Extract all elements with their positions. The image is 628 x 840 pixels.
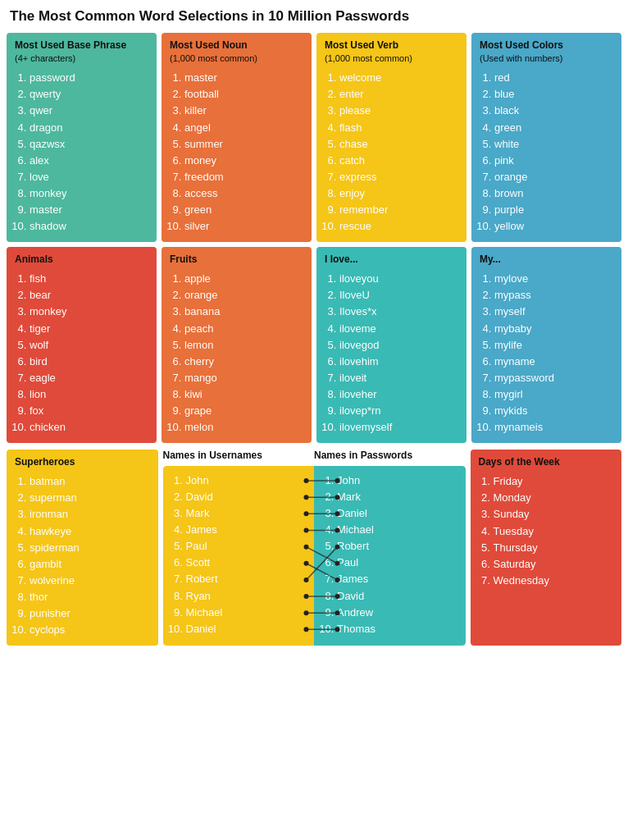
list-item: Robert bbox=[337, 538, 457, 555]
list-item: blue bbox=[494, 86, 613, 103]
list-item: access bbox=[184, 185, 303, 202]
list-item: Michael bbox=[186, 605, 307, 621]
card-fruits: Fruits appleorangebananapeachlemoncherry… bbox=[162, 247, 312, 443]
list-item: master bbox=[184, 70, 303, 86]
list-item: iloveyou bbox=[339, 271, 458, 287]
list-item: Mark bbox=[186, 505, 307, 522]
list-item: wolf bbox=[30, 337, 148, 354]
card-title-ilove: I love... bbox=[325, 253, 458, 267]
list-item: Sunday bbox=[494, 506, 614, 523]
list-item: Wednesday bbox=[494, 573, 614, 589]
list-item: John bbox=[186, 472, 307, 489]
list-item: fox bbox=[30, 403, 148, 419]
names-passwords-list: JohnMarkDanielMichaelRobertPaulJamesDavi… bbox=[314, 466, 466, 646]
list-item: iloveit bbox=[339, 370, 458, 386]
list-item: Paul bbox=[337, 555, 457, 571]
page-title: The Most Common Word Selections in 10 Mi… bbox=[0, 0, 628, 30]
list-item: Daniel bbox=[337, 505, 457, 522]
list-item: Iloves*x bbox=[339, 304, 458, 320]
list-item: qwer bbox=[30, 103, 148, 119]
names-usernames-list: JohnDavidMarkJamesPaulScottRobertRyanMic… bbox=[163, 466, 315, 646]
list-item: shadow bbox=[30, 218, 148, 235]
list-item: password bbox=[30, 70, 148, 86]
list-item: ironman bbox=[30, 506, 150, 523]
list-item: Friday bbox=[494, 473, 614, 490]
list-item: remember bbox=[339, 202, 458, 218]
names-section: Names in Usernames Names in Passwords Jo… bbox=[163, 450, 466, 646]
list-item: Scott bbox=[186, 555, 307, 571]
list-item: please bbox=[339, 103, 458, 119]
list-item: peach bbox=[184, 321, 303, 337]
list-item: bear bbox=[30, 287, 148, 304]
list-item: David bbox=[337, 588, 457, 605]
list-item: qazwsx bbox=[30, 136, 148, 153]
list-item: hawkeye bbox=[30, 523, 150, 540]
list-item: brown bbox=[494, 185, 613, 202]
card-ilove: I love... iloveyouIloveUIloves*xilovemei… bbox=[316, 247, 466, 443]
list-item: lemon bbox=[184, 337, 303, 354]
list-item: thor bbox=[30, 589, 150, 605]
list-item: James bbox=[186, 522, 307, 538]
list-item: ilovep*rn bbox=[339, 403, 458, 419]
list-item: yellow bbox=[494, 218, 613, 235]
list-item: mypass bbox=[494, 287, 613, 304]
list-item: Robert bbox=[186, 571, 307, 587]
list-item: myself bbox=[494, 304, 613, 320]
list-item: mybaby bbox=[494, 321, 613, 337]
list-item: orange bbox=[184, 287, 303, 304]
list-item: killer bbox=[184, 103, 303, 119]
list-item: Monday bbox=[494, 490, 614, 506]
list-item: football bbox=[184, 86, 303, 103]
card-base-phrase: Most Used Base Phrase (4+ characters) pa… bbox=[7, 33, 157, 242]
list-item: IloveU bbox=[339, 287, 458, 304]
list-item: ilovemyself bbox=[339, 419, 458, 436]
list-item: David bbox=[186, 489, 307, 505]
list-item: Saturday bbox=[494, 556, 614, 573]
list-item: mynameis bbox=[494, 419, 613, 436]
list-item: Thursday bbox=[494, 540, 614, 556]
list-item: summer bbox=[184, 136, 303, 153]
card-title-days: Days of the Week bbox=[479, 456, 614, 469]
card-title-noun: Most Used Noun (1,000 most common) bbox=[170, 39, 303, 65]
card-title-fruits: Fruits bbox=[170, 253, 303, 267]
list-item: iloveher bbox=[339, 386, 458, 403]
list-item: cyclops bbox=[30, 622, 150, 638]
card-title-animals: Animals bbox=[15, 253, 148, 267]
list-item: Paul bbox=[186, 538, 307, 555]
list-item: silver bbox=[184, 218, 303, 235]
list-item: black bbox=[494, 103, 613, 119]
card-my: My... mylovemypassmyselfmybabymylifemyna… bbox=[471, 247, 621, 443]
list-item: punisher bbox=[30, 605, 150, 622]
list-item: superman bbox=[30, 490, 150, 506]
list-item: catch bbox=[339, 153, 458, 169]
list-item: bird bbox=[30, 354, 148, 370]
card-title-base-phrase: Most Used Base Phrase (4+ characters) bbox=[15, 39, 148, 65]
list-item: gambit bbox=[30, 556, 150, 573]
list-item: flash bbox=[339, 120, 458, 136]
list-item: chicken bbox=[30, 419, 148, 436]
list-item: purple bbox=[494, 202, 613, 218]
card-title-my: My... bbox=[480, 253, 613, 267]
list-item: mypassword bbox=[494, 370, 613, 386]
list-item: mango bbox=[184, 370, 303, 386]
card-animals: Animals fishbearmonkeytigerwolfbirdeagle… bbox=[7, 247, 157, 443]
list-item: alex bbox=[30, 153, 148, 169]
list-item: enjoy bbox=[339, 185, 458, 202]
list-item: eagle bbox=[30, 370, 148, 386]
list-item: wolverine bbox=[30, 573, 150, 589]
card-title-verb: Most Used Verb (1,000 most common) bbox=[325, 39, 458, 65]
list-item: chase bbox=[339, 136, 458, 153]
list-item: mylife bbox=[494, 337, 613, 354]
list-item: John bbox=[337, 472, 457, 489]
list-item: white bbox=[494, 136, 613, 153]
card-verb: Most Used Verb (1,000 most common) welco… bbox=[316, 33, 466, 242]
list-item: money bbox=[184, 153, 303, 169]
card-title-superheroes: Superheroes bbox=[15, 456, 150, 469]
card-colors: Most Used Colors (Used with numbers) red… bbox=[471, 33, 621, 242]
card-title-colors: Most Used Colors (Used with numbers) bbox=[480, 39, 613, 65]
list-item: ilovehim bbox=[339, 354, 458, 370]
list-item: love bbox=[30, 169, 148, 185]
list-item: green bbox=[494, 120, 613, 136]
list-item: monkey bbox=[30, 304, 148, 320]
list-item: monkey bbox=[30, 185, 148, 202]
